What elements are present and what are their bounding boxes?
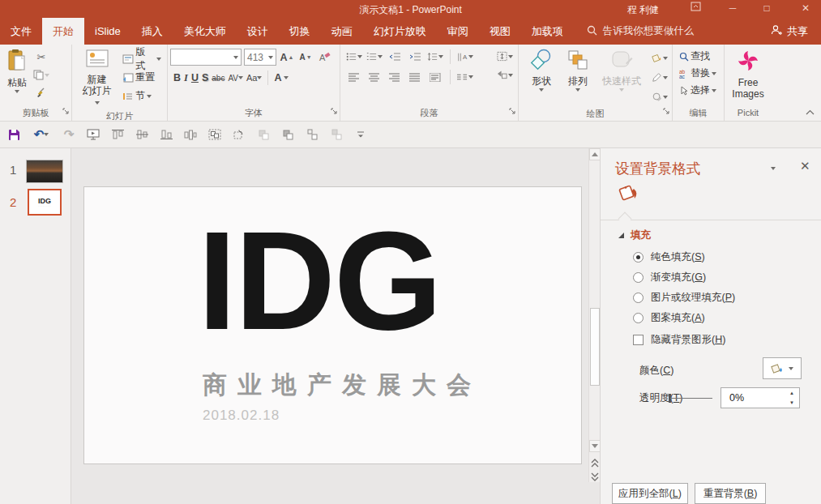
- select-button[interactable]: 选择: [678, 83, 718, 97]
- reset-slide-button[interactable]: 重置: [121, 70, 163, 84]
- picture-texture-fill-radio[interactable]: 图片或纹理填充(P): [633, 290, 735, 305]
- shape-effects-button[interactable]: [652, 90, 668, 104]
- scrollbar-thumb[interactable]: [590, 308, 600, 386]
- character-spacing-button[interactable]: AV: [228, 74, 243, 83]
- tab-view[interactable]: 视图: [479, 18, 521, 45]
- text-shadow-button[interactable]: S: [202, 72, 208, 83]
- save-button[interactable]: [6, 127, 21, 142]
- tell-me-search[interactable]: 告诉我你想要做什么: [587, 18, 695, 45]
- font-size-combo[interactable]: 413: [244, 49, 276, 66]
- group-objects-button[interactable]: [207, 127, 222, 142]
- qat-overflow-button[interactable]: [353, 127, 368, 142]
- slide-title-text[interactable]: IDG: [198, 220, 441, 342]
- align-middle-button[interactable]: [135, 127, 149, 142]
- tab-slideshow[interactable]: 幻灯片放映: [363, 18, 437, 45]
- share-button[interactable]: 共享: [771, 18, 808, 45]
- current-slide[interactable]: IDG 商业地产发展大会 2018.02.18: [83, 186, 582, 464]
- font-name-combo[interactable]: [170, 49, 242, 66]
- transparency-slider[interactable]: [670, 398, 712, 399]
- gradient-fill-radio[interactable]: 渐变填充(G): [633, 270, 706, 284]
- maximize-button[interactable]: □: [753, 0, 780, 18]
- clear-formatting-button[interactable]: A: [316, 50, 332, 64]
- minimize-button[interactable]: ─: [719, 0, 746, 18]
- align-left-button[interactable]: [346, 70, 362, 84]
- window-close-button[interactable]: ✕: [792, 0, 819, 18]
- font-color-button[interactable]: A: [274, 72, 288, 83]
- section-button[interactable]: 节: [121, 89, 163, 103]
- convert-smartart-button[interactable]: [497, 68, 513, 82]
- distribute-text-button[interactable]: [427, 70, 443, 84]
- pickit-free-images-button[interactable]: FreeImages: [728, 47, 768, 101]
- align-top-button[interactable]: [110, 127, 125, 142]
- bring-forward-button[interactable]: [256, 127, 271, 142]
- align-bottom-button[interactable]: [159, 127, 173, 142]
- fill-section-header[interactable]: 填充: [618, 229, 651, 242]
- start-slideshow-button[interactable]: [86, 127, 100, 142]
- shapes-button[interactable]: 形状: [525, 47, 558, 93]
- decrease-indent-button[interactable]: [387, 50, 403, 64]
- shrink-font-button[interactable]: A▼: [297, 50, 314, 64]
- slide-1-thumbnail[interactable]: [26, 160, 63, 183]
- strikethrough-button[interactable]: abc: [212, 74, 224, 83]
- columns-button[interactable]: [457, 70, 473, 84]
- text-direction-button[interactable]: A: [457, 50, 473, 64]
- pane-close-button[interactable]: ✕: [800, 159, 810, 173]
- distribute-horizontal-button[interactable]: [183, 127, 198, 142]
- tab-meihua-dashi[interactable]: 美化大师: [173, 18, 237, 45]
- tab-addins[interactable]: 加载项: [521, 18, 574, 45]
- paragraph-dialog-launcher-icon[interactable]: [509, 105, 516, 118]
- italic-button[interactable]: I: [184, 72, 188, 84]
- font-dialog-launcher-icon[interactable]: [331, 105, 338, 118]
- scroll-down-button[interactable]: [589, 440, 601, 452]
- fill-bucket-icon[interactable]: [617, 182, 641, 207]
- quick-styles-button[interactable]: 快速样式: [598, 47, 645, 93]
- tab-insert[interactable]: 插入: [131, 18, 173, 45]
- redo-button[interactable]: ↷: [62, 127, 76, 142]
- send-to-back-button[interactable]: [329, 127, 344, 142]
- undo-button[interactable]: ↶: [31, 127, 52, 142]
- reset-background-button[interactable]: 重置背景(B): [695, 483, 766, 504]
- slide-editor-canvas[interactable]: IDG 商业地产发展大会 2018.02.18: [71, 148, 600, 504]
- tab-animations[interactable]: 动画: [321, 18, 363, 45]
- align-center-button[interactable]: [366, 70, 383, 84]
- change-case-button[interactable]: Aa: [246, 73, 262, 83]
- tab-transitions[interactable]: 切换: [279, 18, 321, 45]
- bullets-button[interactable]: [346, 50, 362, 64]
- scroll-up-button[interactable]: [589, 148, 601, 160]
- shape-outline-button[interactable]: [652, 70, 668, 84]
- underline-button[interactable]: U: [191, 72, 199, 83]
- arrange-button[interactable]: 排列: [562, 47, 593, 93]
- pane-options-dropdown-icon[interactable]: [771, 167, 776, 170]
- next-slide-button[interactable]: [590, 472, 600, 482]
- spinner-up-icon[interactable]: ▲: [789, 391, 794, 395]
- send-backward-button[interactable]: [280, 127, 295, 142]
- pattern-fill-radio[interactable]: 图案填充(A): [633, 310, 705, 325]
- slide-subtitle-text[interactable]: 商业地产发展大会: [203, 369, 481, 402]
- paste-button[interactable]: 粘贴: [2, 47, 32, 95]
- shape-fill-button[interactable]: [652, 51, 668, 65]
- color-picker-button[interactable]: [763, 357, 802, 379]
- numbering-button[interactable]: [366, 50, 383, 64]
- new-slide-button[interactable]: 新建幻灯片: [75, 47, 119, 109]
- line-spacing-button[interactable]: [427, 50, 443, 64]
- layout-button[interactable]: 版式: [121, 52, 163, 66]
- tab-islide[interactable]: iSlide: [84, 18, 131, 45]
- transparency-input[interactable]: 0% ▲ ▼: [721, 387, 800, 408]
- drawing-dialog-launcher-icon[interactable]: [663, 105, 670, 118]
- grow-font-button[interactable]: A▲: [279, 50, 295, 64]
- tab-file[interactable]: 文件: [0, 18, 42, 45]
- account-user-name[interactable]: 程 利健: [627, 3, 659, 17]
- justify-button[interactable]: [407, 70, 423, 84]
- slide-2-thumbnail[interactable]: IDG ········: [28, 189, 62, 216]
- bold-button[interactable]: B: [173, 72, 181, 83]
- copy-button[interactable]: [33, 68, 49, 82]
- slide-date-text[interactable]: 2018.02.18: [203, 408, 280, 424]
- format-painter-button[interactable]: [33, 86, 49, 100]
- clipboard-dialog-launcher-icon[interactable]: [62, 105, 70, 118]
- hide-background-graphics-checkbox[interactable]: 隐藏背景图形(H): [633, 332, 725, 347]
- align-right-button[interactable]: [387, 70, 403, 84]
- solid-fill-radio[interactable]: 纯色填充(S): [633, 250, 705, 264]
- find-button[interactable]: 查找: [678, 49, 712, 63]
- replace-button[interactable]: abac 替换: [678, 66, 718, 80]
- increase-indent-button[interactable]: [407, 50, 423, 64]
